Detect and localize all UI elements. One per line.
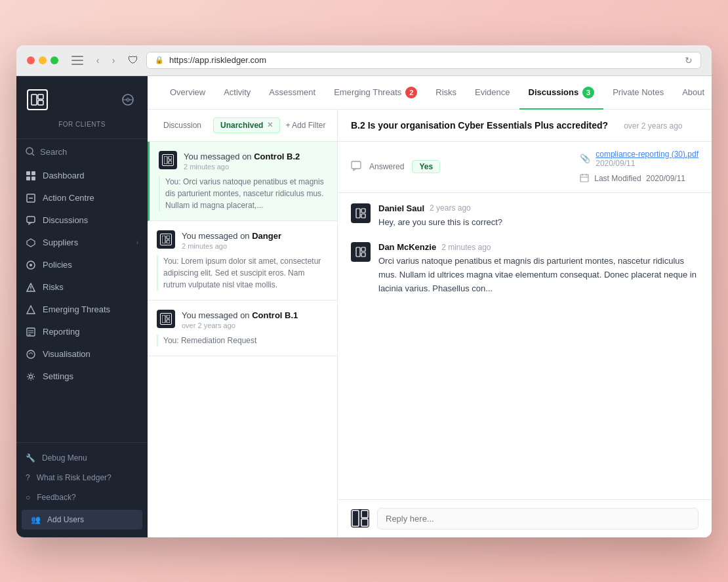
svg-rect-43 (361, 253, 365, 257)
sidebar-item-dashboard[interactable]: Dashboard (16, 165, 148, 187)
sidebar-logo (27, 89, 48, 110)
tab-discussions[interactable]: Discussions 3 (519, 76, 604, 109)
svg-rect-27 (162, 236, 165, 243)
discussion-time: over 2 years ago (182, 322, 328, 329)
risks-icon (26, 282, 36, 293)
sidebar-item-policies[interactable]: Policies (16, 254, 148, 276)
sidebar-item-debug-menu[interactable]: 🔧 Debug Menu (16, 448, 148, 468)
tab-label: Activity (224, 87, 251, 97)
tab-bar: Overview Activity Assessment Emerging Th… (148, 76, 712, 110)
dashboard-icon (26, 171, 36, 181)
svg-point-17 (30, 289, 31, 290)
svg-rect-8 (31, 171, 35, 175)
last-modified-date: 2020/09/11 (646, 174, 685, 183)
discussion-time: 2 minutes ago (182, 242, 328, 250)
tab-assessment[interactable]: Assessment (260, 76, 325, 109)
sidebar-item-label: Reporting (43, 327, 79, 337)
tab-label: Assessment (269, 87, 315, 97)
discussion-item[interactable]: You messaged on Control B.1 over 2 years… (148, 301, 337, 356)
message-author: Dan McKenzie (378, 242, 436, 252)
message-author: Daniel Saul (378, 203, 424, 213)
avatar (157, 310, 175, 328)
sidebar-item-emerging-threats[interactable]: Emerging Threats (16, 299, 148, 321)
svg-rect-39 (361, 209, 365, 213)
unarchived-filter-tag[interactable]: Unarchived ✕ (213, 117, 280, 133)
maximize-button[interactable] (51, 56, 58, 64)
answered-section: Answered Yes (351, 150, 440, 184)
svg-rect-13 (27, 217, 35, 222)
reply-area (338, 499, 712, 537)
tab-about[interactable]: About (673, 76, 712, 109)
search-text: Search (40, 147, 67, 157)
sidebar-item-label: Visualisation (43, 349, 91, 359)
url-text: https://app.riskledger.com (169, 55, 679, 65)
discussion-filter-tag[interactable]: Discussion (157, 118, 208, 133)
switch-account-icon[interactable] (119, 91, 137, 109)
address-bar[interactable]: 🔒 https://app.riskledger.com ↻ (146, 52, 701, 69)
add-filter-button[interactable]: + Add Filter (285, 121, 325, 130)
tab-private-notes[interactable]: Private Notes (603, 76, 673, 109)
sidebar-item-what-is[interactable]: ? What is Risk Ledger? (16, 468, 148, 488)
svg-point-5 (26, 148, 33, 154)
content-area: Discussion Unarchived ✕ + Add Filter (148, 110, 712, 537)
discussion-item-header: You messaged on Control B.2 2 minutes ag… (159, 151, 328, 171)
detail-meta-right: 📎 compliance-reporting (30).pdf 2020/09/… (580, 150, 698, 184)
sidebar-item-suppliers[interactable]: Suppliers › (16, 232, 148, 254)
tab-risks[interactable]: Risks (426, 76, 466, 109)
back-button[interactable]: ‹ (91, 54, 104, 67)
sidebar-item-reporting[interactable]: Reporting (16, 321, 148, 343)
tab-emerging-threats[interactable]: Emerging Threats 2 (325, 76, 426, 109)
tab-label: Discussions (529, 87, 579, 97)
message-item: Daniel Saul 2 years ago Hey, are you sur… (351, 203, 698, 230)
tab-overview[interactable]: Overview (161, 76, 214, 109)
sidebar-item-discussions[interactable]: Discussions (16, 209, 148, 232)
svg-rect-10 (31, 177, 35, 180)
discussion-meta: You messaged on Control B.2 2 minutes ag… (184, 151, 328, 171)
paperclip-icon: 📎 (580, 154, 590, 163)
search-button[interactable]: Dashboard Search (16, 139, 148, 165)
add-users-icon: 👥 (31, 515, 41, 524)
last-modified-label: Last Modified (594, 174, 641, 183)
action-centre-icon (26, 193, 36, 203)
filter-close-icon[interactable]: ✕ (267, 121, 273, 129)
discussion-meta: You messaged on Danger 2 minutes ago (182, 230, 328, 250)
sidebar-item-label: Suppliers (43, 238, 78, 247)
minimize-button[interactable] (39, 56, 47, 64)
sidebar-item-label: Emerging Threats (43, 304, 110, 314)
suppliers-icon (26, 238, 36, 248)
sidebar-item-action-centre[interactable]: Action Centre (16, 187, 148, 209)
discussion-control-name: Control B.2 (254, 152, 300, 161)
discussion-item[interactable]: You messaged on Danger 2 minutes ago You… (148, 221, 337, 301)
tab-evidence[interactable]: Evidence (466, 76, 519, 109)
tab-label: Emerging Threats (334, 87, 401, 97)
modified-row: Last Modified 2020/09/11 (580, 173, 698, 184)
help-icon: ? (26, 473, 30, 482)
sidebar-item-visualisation[interactable]: Visualisation (16, 343, 148, 365)
reply-input[interactable] (377, 508, 698, 530)
discussion-items-list: You messaged on Control B.2 2 minutes ag… (148, 142, 337, 537)
reply-avatar (351, 509, 369, 528)
svg-rect-44 (352, 510, 359, 526)
tab-label: Evidence (475, 87, 510, 97)
close-button[interactable] (27, 56, 35, 64)
svg-line-6 (32, 154, 34, 156)
reload-button[interactable]: ↻ (685, 55, 693, 66)
attachment-filename[interactable]: compliance-reporting (30).pdf (596, 150, 698, 159)
sidebar-item-add-users[interactable]: 👥 Add Users (22, 510, 142, 530)
sidebar-item-label: Risks (43, 282, 64, 292)
sidebar-item-label: Discussions (43, 215, 88, 225)
svg-rect-31 (167, 315, 170, 318)
sidebar-item-risks[interactable]: Risks (16, 276, 148, 299)
discussion-item[interactable]: You messaged on Control B.2 2 minutes ag… (148, 142, 337, 221)
sidebar-item-feedback[interactable]: ○ Feedback? (16, 488, 148, 507)
discussion-list: Discussion Unarchived ✕ + Add Filter (148, 110, 338, 537)
sidebar-toggle-button[interactable] (71, 56, 83, 65)
tab-activity[interactable]: Activity (214, 76, 260, 109)
reporting-icon (26, 327, 36, 337)
forward-button[interactable]: › (107, 54, 120, 67)
discussion-detail: B.2 Is your organisation Cyber Essential… (338, 110, 712, 537)
attachment-row: 📎 compliance-reporting (30).pdf 2020/09/… (580, 150, 698, 168)
sidebar-item-settings[interactable]: Settings (16, 365, 148, 388)
question-row: B.2 Is your organisation Cyber Essential… (351, 120, 683, 131)
shield-icon: 🛡 (128, 54, 138, 66)
